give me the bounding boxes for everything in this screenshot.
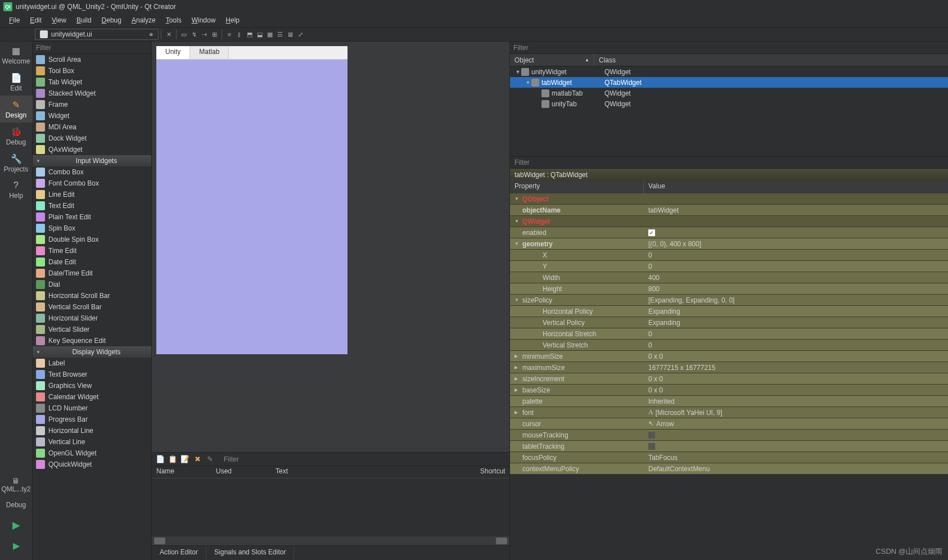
menu-build[interactable]: Build — [72, 15, 96, 26]
layout-v-icon[interactable]: ⫿ — [234, 29, 245, 39]
property-editor[interactable]: ▼QObjectobjectNametabWidget▼QWidgetenabl… — [510, 193, 948, 560]
object-tree[interactable]: ▼unityWidgetQWidget▼tabWidgetQTabWidgetm… — [510, 66, 948, 156]
close-file-button[interactable]: ✕ — [164, 29, 174, 39]
kit-selector[interactable]: 🖥 QML...ty2 — [1, 475, 30, 495]
property-row[interactable]: Horizontal PolicyExpanding — [510, 306, 948, 317]
sidebar-design[interactable]: ✎Design — [0, 96, 33, 123]
widgetbox-item[interactable]: Text Browser — [33, 369, 151, 380]
property-row[interactable]: ▶maximumSize16777215 x 16777215 — [510, 362, 948, 373]
edit-buddies-icon[interactable]: ⇢ — [199, 29, 209, 39]
property-row[interactable]: enabled✓ — [510, 227, 948, 238]
property-row[interactable]: ▶minimumSize0 x 0 — [510, 351, 948, 362]
edit-widgets-icon[interactable]: ▭ — [179, 29, 189, 39]
property-row[interactable]: Vertical PolicyExpanding — [510, 317, 948, 328]
widgetbox-item[interactable]: Dock Widget — [33, 133, 151, 144]
property-row[interactable]: Width400 — [510, 272, 948, 283]
menu-tools[interactable]: Tools — [161, 15, 186, 26]
property-row[interactable]: ▼QWidget — [510, 216, 948, 227]
layout-vsplit-icon[interactable]: ⬓ — [255, 29, 265, 39]
layout-hsplit-icon[interactable]: ⬒ — [245, 29, 255, 39]
run-button[interactable]: ▶ — [12, 515, 20, 535]
new-action-icon[interactable]: 📄 — [155, 454, 165, 464]
tab-signals-editor[interactable]: Signals and Slots Editor — [206, 546, 294, 560]
menu-view[interactable]: View — [47, 15, 71, 26]
widgetbox-category[interactable]: Input Widgets — [33, 155, 151, 166]
signals-col[interactable]: Name — [152, 466, 211, 478]
build-mode[interactable]: Debug — [6, 495, 26, 515]
widgetbox-item[interactable]: Tool Box — [33, 65, 151, 76]
property-row[interactable]: ▶baseSize0 x 0 — [510, 385, 948, 396]
tab-action-editor[interactable]: Action Editor — [152, 546, 206, 560]
object-tree-row[interactable]: unityTabQWidget — [510, 98, 948, 109]
prop-header-property[interactable]: Property — [510, 181, 644, 193]
widgetbox-item[interactable]: Label — [33, 358, 151, 369]
form-body[interactable] — [156, 60, 347, 354]
widgetbox-item[interactable]: Line Edit — [33, 189, 151, 200]
form-designer[interactable]: Unity Matlab — [152, 42, 509, 452]
menu-help[interactable]: Help — [221, 15, 244, 26]
property-row[interactable]: ▼QObject — [510, 193, 948, 205]
widgetbox-item[interactable]: LCD Number — [33, 403, 151, 414]
widgetbox-item[interactable]: MDI Area — [33, 121, 151, 133]
widgetbox-item[interactable]: Vertical Line — [33, 436, 151, 448]
adjust-size-icon[interactable]: ⤢ — [295, 29, 305, 39]
widgetbox-item[interactable]: Text Edit — [33, 200, 151, 211]
edit-signals-icon[interactable]: ↯ — [189, 29, 199, 39]
property-row[interactable]: paletteInherited — [510, 396, 948, 407]
widgetbox-item[interactable]: Horizontal Line — [33, 425, 151, 436]
configure-action-icon[interactable]: ✎ — [205, 454, 215, 464]
menu-edit[interactable]: Edit — [25, 15, 46, 26]
action-filter[interactable]: Filter — [217, 455, 506, 463]
widgetbox-item[interactable]: Combo Box — [33, 166, 151, 178]
widgetbox-item[interactable]: QAxWidget — [33, 144, 151, 155]
tab-unity[interactable]: Unity — [156, 46, 190, 59]
widgetbox-item[interactable]: Double Spin Box — [33, 234, 151, 245]
widgetbox-item[interactable]: Plain Text Edit — [33, 211, 151, 223]
prop-header-value[interactable]: Value — [644, 181, 670, 193]
widgetbox-filter[interactable]: Filter — [36, 44, 51, 52]
hscrollbar[interactable] — [152, 536, 509, 545]
widgetbox-item[interactable]: Progress Bar — [33, 414, 151, 425]
signals-col[interactable]: Shortcut — [476, 466, 509, 478]
break-layout-icon[interactable]: ⊠ — [285, 29, 295, 39]
widgetbox-item[interactable]: Horizontal Slider — [33, 313, 151, 324]
widgetbox-item[interactable]: Font Combo Box — [33, 178, 151, 189]
form-preview[interactable]: Unity Matlab — [156, 46, 347, 354]
sidebar-projects[interactable]: 🔧Projects — [0, 150, 33, 177]
widgetbox-item[interactable]: Frame — [33, 99, 151, 110]
property-row[interactable]: Height800 — [510, 283, 948, 295]
widgetbox-item[interactable]: Key Sequence Edit — [33, 335, 151, 346]
property-row[interactable]: tabletTracking — [510, 441, 948, 452]
property-row[interactable]: mouseTracking — [510, 430, 948, 441]
object-tree-row[interactable]: ▼tabWidgetQTabWidget — [510, 77, 948, 88]
widgetbox-item[interactable]: Time Edit — [33, 245, 151, 256]
sidebar-edit[interactable]: 📄Edit — [0, 69, 33, 96]
signals-col[interactable]: Text — [271, 466, 331, 478]
property-row[interactable]: ▼sizePolicy[Expanding, Expanding, 0, 0] — [510, 295, 948, 306]
tab-matlab[interactable]: Matlab — [190, 46, 229, 59]
menu-analyze[interactable]: Analyze — [127, 15, 160, 26]
property-row[interactable]: objectNametabWidget — [510, 205, 948, 216]
paste-action-icon[interactable]: 📝 — [180, 454, 190, 464]
copy-action-icon[interactable]: 📋 — [168, 454, 178, 464]
widgetbox-item[interactable]: OpenGL Widget — [33, 448, 151, 459]
widgetbox-item[interactable]: Horizontal Scroll Bar — [33, 290, 151, 301]
object-tree-row[interactable]: ▼unityWidgetQWidget — [510, 66, 948, 77]
object-filter[interactable]: Filter — [513, 44, 529, 52]
widgetbox-item[interactable]: Widget — [33, 110, 151, 121]
widgetbox-item[interactable]: Date Edit — [33, 256, 151, 268]
run-debug-button[interactable]: ▶ — [13, 535, 20, 556]
action-table[interactable] — [152, 478, 509, 545]
menu-file[interactable]: File — [4, 15, 24, 26]
property-row[interactable]: contextMenuPolicyDefaultContextMenu — [510, 463, 948, 475]
property-row[interactable]: cursor↖ Arrow — [510, 418, 948, 430]
property-row[interactable]: Horizontal Stretch0 — [510, 328, 948, 340]
widgetbox-item[interactable]: Dial — [33, 279, 151, 290]
layout-h-icon[interactable]: ≡ — [224, 29, 234, 39]
object-tree-row[interactable]: matlabTabQWidget — [510, 88, 948, 98]
widgetbox-item[interactable]: Spin Box — [33, 223, 151, 234]
widgetbox-item[interactable]: Graphics View — [33, 380, 151, 391]
property-row[interactable]: Y0 — [510, 261, 948, 272]
widgetbox-item[interactable]: Vertical Slider — [33, 324, 151, 335]
sidebar-help[interactable]: ?Help — [0, 177, 33, 204]
